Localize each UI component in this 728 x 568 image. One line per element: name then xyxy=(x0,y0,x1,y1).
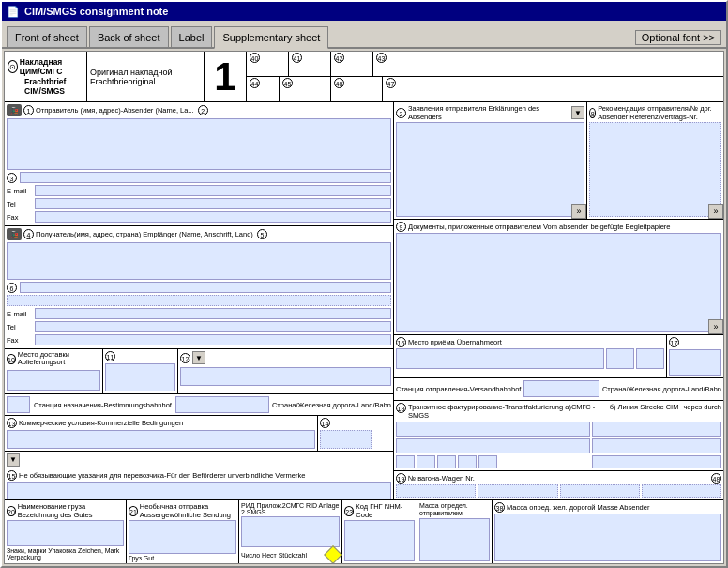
sec17-input[interactable] xyxy=(669,349,721,376)
section-rid: РИД Прилож.2СМГС RID Anlage 2 SMGS Число… xyxy=(239,500,342,563)
sec12-dropdown[interactable]: ▼ xyxy=(192,351,205,364)
sec14-input[interactable] xyxy=(320,430,372,449)
original-line2: Frachtbrieoriginal xyxy=(90,77,201,86)
tel-input-4[interactable] xyxy=(35,321,391,332)
sec16-input3[interactable] xyxy=(636,348,664,369)
sec6b-input[interactable] xyxy=(7,295,391,306)
tab-front[interactable]: Front of sheet xyxy=(7,26,87,47)
optional-font-button[interactable]: Optional font >> xyxy=(635,30,721,45)
station-src-row: Станция отправления-Versandbahnhof Стран… xyxy=(394,378,723,401)
sec18-input1[interactable] xyxy=(396,422,590,437)
section-mass-sender: Масса определ. отправителем xyxy=(417,500,493,563)
tab-supplementary[interactable]: Supplementary sheet xyxy=(214,26,328,49)
sec18-input3d[interactable] xyxy=(458,455,477,468)
sec23-input[interactable] xyxy=(344,520,415,561)
rid-input[interactable] xyxy=(241,516,340,547)
email-input-1[interactable] xyxy=(35,185,391,196)
section-18: 18 Транзитное фактурирование-Transitfakt… xyxy=(394,401,723,471)
sec11-input[interactable] xyxy=(105,363,175,391)
sec10-input[interactable] xyxy=(7,370,100,391)
sec2-input[interactable] xyxy=(396,122,584,217)
form-header: ⊙ Накладная ЦИМ/СМГС Frachtbrief CIM/SMG… xyxy=(5,52,723,102)
sec12-input[interactable] xyxy=(180,367,391,386)
station-src-label: Станция отправления-Versandbahnhof xyxy=(396,385,521,393)
sec20-sublabel: Знаки, марки Упаковка Zeichen, Mark Verp… xyxy=(7,547,124,561)
right-column: 2 Заявления отправителя Erklärungen des … xyxy=(394,102,723,499)
sec21-input[interactable] xyxy=(129,520,236,554)
sec4-input-main[interactable] xyxy=(7,242,391,280)
form-body: 🚂 1 Отправитель (имя, адрес)-Absender (N… xyxy=(5,102,723,499)
sec19-input3[interactable] xyxy=(560,484,640,498)
truck-icon-4: 🚂 xyxy=(7,228,22,240)
sec8-input[interactable] xyxy=(589,122,721,217)
fax-input-1[interactable] xyxy=(35,211,391,223)
fax-input-4[interactable] xyxy=(35,334,391,345)
sec10-label: Место доставки Ablieferungsort xyxy=(18,351,100,367)
hbox-42: 42 xyxy=(331,52,373,76)
station-dest-row: Станция назначения-Bestimmungsbahnhof Ст… xyxy=(5,394,393,416)
tab-back[interactable]: Back of sheet xyxy=(89,26,169,47)
sec1-input-main[interactable] xyxy=(7,118,391,170)
sec20-label: Наименование груза Bezeichnung des Gutes xyxy=(18,502,124,519)
section-15: 15 Не обязывающие указания для перевозчи… xyxy=(5,468,393,499)
sec19-input2[interactable] xyxy=(478,484,557,498)
tel-input-1[interactable] xyxy=(35,198,391,209)
section-13-row: 13 Коммерческие условия-Kommerzielle Bed… xyxy=(5,416,393,452)
sec18-sublabel-b: б) Линия Strecke CIM xyxy=(610,403,679,411)
sec19-input4[interactable] xyxy=(642,484,721,498)
rid-sublabel: Число Нест Stückzahl xyxy=(241,552,307,559)
sec18-right-input3[interactable] xyxy=(592,455,721,468)
sec13-dropdown-row: ▼ xyxy=(5,452,393,468)
sec18-input3c[interactable] xyxy=(437,455,456,468)
tel-label-4: Tel xyxy=(7,323,35,331)
section-14: 14 xyxy=(318,416,393,451)
sec16-input1[interactable] xyxy=(396,348,604,369)
station-dest-sublabel: Страна/Железная дорога-Land/Bahn xyxy=(272,401,391,409)
sec6-input[interactable] xyxy=(20,282,391,293)
sec20-input[interactable] xyxy=(7,520,124,546)
sec18-right-input1[interactable] xyxy=(592,422,721,437)
section-10: 10 Место доставки Ablieferungsort xyxy=(5,349,103,393)
sec19-label: № вагона-Wagen Nr. xyxy=(408,474,711,483)
country-dest-input[interactable] xyxy=(175,396,269,413)
header-boxes: 40 41 42 43 44 45 48 47 xyxy=(247,52,723,101)
station-dest-input[interactable] xyxy=(7,396,30,413)
sec38-input[interactable] xyxy=(494,514,721,561)
hbox-43: 43 xyxy=(373,52,723,76)
sec18-input3b[interactable] xyxy=(417,455,435,468)
fax-label-4: Fax xyxy=(7,336,35,345)
logo-cell: ⊙ Накладная ЦИМ/СМГС Frachtbrief CIM/SMG… xyxy=(5,52,87,101)
sec19-input1[interactable] xyxy=(396,484,476,498)
station-src-input[interactable] xyxy=(523,380,599,397)
sec16-input2[interactable] xyxy=(606,348,634,369)
sec18-input2[interactable] xyxy=(396,438,590,453)
sec9-input[interactable] xyxy=(396,233,721,332)
main-window: 📄 CIM/SMGS consignment note Front of she… xyxy=(0,0,728,568)
sec18-sublabel-c: через durch xyxy=(683,403,721,411)
hbox-48: 48 xyxy=(331,77,383,101)
sec21-sublabel: Груз Gut xyxy=(129,555,236,561)
hbox-45: 45 xyxy=(280,77,331,101)
sec18-right-input2[interactable] xyxy=(592,438,721,453)
sec13-label: Коммерческие условия-Kommerzielle Beding… xyxy=(19,419,183,427)
mass-sender-input[interactable] xyxy=(419,518,490,561)
yellow-diamond xyxy=(324,545,342,564)
sec9-scroll-right: » xyxy=(708,319,723,334)
tab-label[interactable]: Label xyxy=(171,26,213,47)
sec15-input[interactable] xyxy=(7,482,391,499)
sec2-dropdown[interactable]: ▼ xyxy=(571,106,584,119)
mass-sender-label: Масса определ. отправителем xyxy=(419,502,490,516)
sec23-label: Код ГНГ NHM-Code xyxy=(356,502,415,519)
sec18-input3a[interactable] xyxy=(396,455,415,468)
sec38-label: Масса опред. жел. дорогой Masse Absender xyxy=(507,503,649,512)
section-21: 21 Необычная отправка Aussergewöhnliche … xyxy=(127,500,239,563)
sec18-input3e[interactable] xyxy=(478,455,497,468)
sec13-input[interactable] xyxy=(7,430,315,449)
sec3-input[interactable] xyxy=(20,172,391,183)
sec13-dropdown[interactable]: ▼ xyxy=(7,453,20,467)
hbox-47: 47 xyxy=(383,77,723,101)
sec16-label: Место приёма Übernahmeort xyxy=(408,338,502,346)
bottom-row: 20 Наименование груза Bezeichnung des Gu… xyxy=(5,499,723,563)
email-input-4[interactable] xyxy=(35,308,391,319)
section-9: 9 Документы, приложенные отправителем Vo… xyxy=(394,220,723,335)
